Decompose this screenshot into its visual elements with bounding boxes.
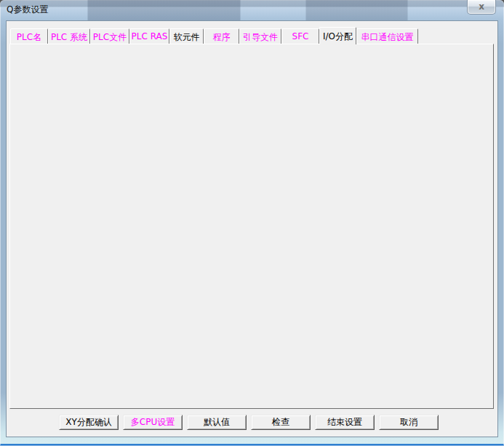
tab-strip: PLC名 PLC 系统 PLC文件 PLC RAS 软元件 程序 引导文件 SF… [10,27,418,44]
dialog-window: Q参数设置 x PLC名 PLC 系统 PLC文件 PLC RAS 软元件 程序… [0,0,504,446]
end-settings-button[interactable]: 结束设置 [315,415,375,430]
tab-boot-file[interactable]: 引导文件 [239,28,281,44]
check-button[interactable]: 检查 [251,415,311,430]
tab-plc-ras[interactable]: PLC RAS [129,28,169,44]
tab-device[interactable]: 软元件 [169,28,204,44]
title-bar: Q参数设置 [0,0,504,20]
xy-assignment-confirm-button[interactable]: XY分配确认 [59,415,119,430]
tab-plc-system[interactable]: PLC 系统 [48,28,90,44]
close-icon: x [479,1,484,12]
cancel-button[interactable]: 取消 [379,415,439,430]
tab-serial-comm[interactable]: 串口通信设置 [356,28,418,44]
tab-program[interactable]: 程序 [204,28,239,44]
tab-sfc[interactable]: SFC [281,28,319,44]
default-values-button[interactable]: 默认值 [187,415,247,430]
multi-cpu-settings-button[interactable]: 多CPU设置 [123,415,183,430]
close-button[interactable]: x [467,0,496,15]
tab-io-assignment[interactable]: I/O分配 [319,27,356,44]
tab-plc-file[interactable]: PLC文件 [90,28,129,44]
tab-plc-name[interactable]: PLC名 [10,28,48,44]
tab-page-io-assignment [9,44,494,409]
window-title: Q参数设置 [7,4,48,16]
